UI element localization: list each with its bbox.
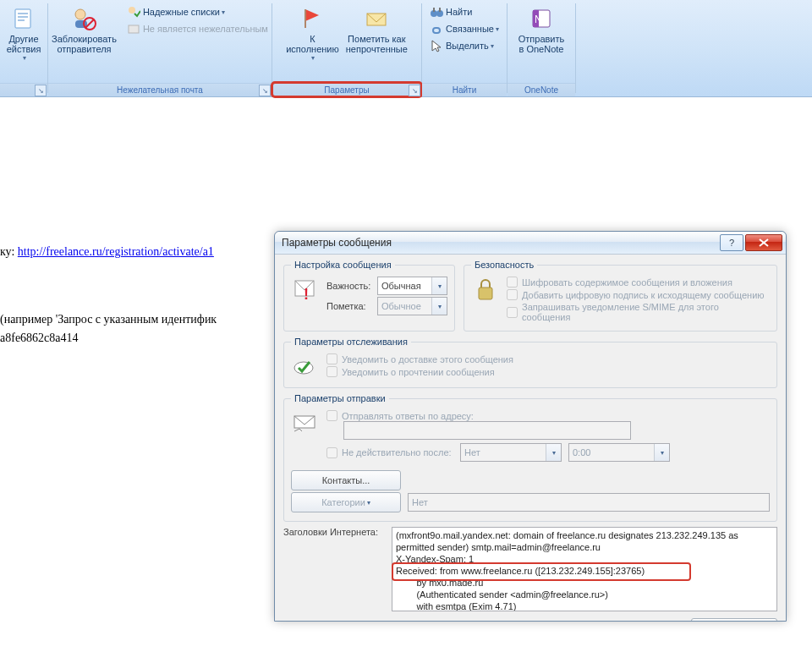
- svg-text:!: !: [304, 286, 309, 303]
- chevron-down-icon: ▾: [491, 42, 494, 50]
- read-receipt-checkbox: Уведомить о прочтении сообщения: [326, 366, 770, 377]
- delivery-receipt-checkbox: Уведомить о доставке этого сообщения: [326, 353, 770, 364]
- sensitivity-combo[interactable]: Обычное▾: [377, 297, 447, 315]
- select-button[interactable]: Выделить▾: [426, 37, 502, 54]
- related-button[interactable]: Связанные▾: [426, 20, 502, 37]
- legend-delivery: Параметры отправки: [291, 393, 389, 403]
- svg-point-8: [129, 7, 135, 14]
- reply-to-field: [343, 421, 631, 440]
- block-sender-button[interactable]: Заблокироватьотправителя: [48, 2, 120, 54]
- mark-unread-button[interactable]: Пометить какнепрочтенные: [343, 2, 411, 54]
- tracking-icon: [291, 352, 320, 381]
- legend-security: Безопасность: [471, 260, 537, 270]
- svg-rect-0: [15, 9, 30, 28]
- binoculars-icon: [430, 5, 443, 19]
- importance-combo[interactable]: Обычная▾: [377, 277, 447, 295]
- link-icon: [430, 22, 443, 36]
- group-caption-find: Найти: [453, 85, 477, 95]
- svg-rect-2: [18, 16, 28, 18]
- chevron-down-icon: ▾: [311, 54, 315, 62]
- document-icon: [10, 5, 37, 32]
- svg-rect-11: [304, 9, 306, 28]
- chevron-down-icon: ▾: [496, 25, 499, 33]
- chevron-down-icon: ▾: [546, 444, 561, 461]
- cursor-icon: [430, 39, 443, 52]
- group-tracking: Параметры отслеживания Уведомить о доста…: [283, 337, 777, 388]
- security-icon: [471, 275, 500, 304]
- expires-checkbox: Не действительно после:: [326, 447, 460, 458]
- svg-rect-15: [433, 8, 435, 12]
- group-delivery: Параметры отправки Отправлять ответы по …: [283, 393, 777, 522]
- mark-unread-label: Пометить какнепрочтенные: [346, 34, 408, 54]
- chevron-down-icon: ▾: [367, 499, 370, 507]
- sensitivity-label: Пометка:: [326, 301, 377, 311]
- block-sender-label: Заблокироватьотправителя: [52, 34, 117, 54]
- help-button[interactable]: ?: [720, 234, 743, 251]
- not-junk-icon: [127, 22, 140, 36]
- sign-checkbox: Добавить цифровую подпись к исходящему с…: [507, 289, 770, 300]
- svg-point-4: [75, 9, 85, 19]
- group-message-settings: Настройка сообщения ! Важность: Обычная▾…: [283, 260, 455, 331]
- dialog-body: Настройка сообщения ! Важность: Обычная▾…: [275, 255, 786, 621]
- group-launcher-icon[interactable]: ↘: [409, 85, 420, 96]
- internet-headers-label: Заголовки Интернета:: [283, 527, 378, 537]
- group-caption-options: Параметры: [324, 85, 369, 95]
- group-security: Безопасность Шифровать содержимое сообще…: [464, 260, 777, 331]
- dialog-titlebar[interactable]: Параметры сообщения ?: [275, 232, 786, 255]
- svg-marker-17: [432, 41, 441, 52]
- reply-to-checkbox: Отправлять ответы по адресу:: [326, 410, 770, 421]
- related-label: Связанные: [446, 24, 494, 34]
- delivery-icon: [291, 408, 320, 437]
- svg-marker-10: [305, 9, 319, 21]
- other-actions-label: Другиеействия: [7, 34, 41, 54]
- svg-rect-9: [129, 25, 139, 33]
- send-to-onenote-label: Отправитьв OneNote: [518, 34, 565, 54]
- close-window-button[interactable]: [745, 234, 782, 251]
- expire-time-combo: 0:00▾: [568, 443, 670, 462]
- ribbon-group-onenote: N Отправитьв OneNote OneNote: [508, 0, 575, 96]
- svg-text:N: N: [535, 14, 542, 25]
- separator: [575, 3, 576, 93]
- svg-rect-3: [18, 19, 25, 21]
- categories-field: [408, 493, 770, 512]
- not-junk-button: Не является нежелательным: [123, 20, 272, 37]
- categories-button: Категории▾: [291, 492, 401, 512]
- select-label: Выделить: [446, 41, 489, 51]
- internet-headers-text[interactable]: [392, 527, 777, 611]
- legend-message-settings: Настройка сообщения: [291, 260, 395, 270]
- ribbon: Другиеействия ▾ ↘ Заблокироватьотправите…: [0, 0, 812, 97]
- chevron-down-icon: ▾: [654, 444, 669, 461]
- svg-rect-25: [479, 288, 492, 299]
- encrypt-checkbox: Шифровать содержимое сообщения и вложени…: [507, 277, 770, 288]
- onenote-icon: N: [528, 5, 555, 32]
- ribbon-group-junk: Заблокироватьотправителя Надежные списки…: [48, 0, 272, 96]
- close-icon: [759, 238, 769, 247]
- group-launcher-icon[interactable]: ↘: [259, 85, 271, 96]
- safe-lists-icon: [127, 5, 140, 19]
- activation-link[interactable]: http://freelance.ru/registration/activat…: [18, 245, 214, 258]
- contacts-button[interactable]: Контакты...: [291, 470, 401, 490]
- group-launcher-icon[interactable]: ↘: [35, 85, 47, 96]
- legend-tracking: Параметры отслеживания: [291, 337, 411, 347]
- flag-icon: [299, 5, 326, 32]
- internet-headers-section: Заголовки Интернета:: [283, 527, 777, 613]
- find-button[interactable]: Найти: [426, 3, 502, 20]
- svg-rect-27: [294, 416, 315, 428]
- ribbon-group-find: Найти Связанные▾ Выделить▾ Найти: [422, 0, 507, 96]
- group-caption-junk: Нежелательная почта: [117, 85, 203, 95]
- smime-receipt-checkbox: Запрашивать уведомление S/MIME для этого…: [507, 302, 770, 322]
- chevron-down-icon: ▾: [431, 298, 447, 315]
- send-to-onenote-button[interactable]: N Отправитьв OneNote: [515, 2, 568, 54]
- safe-lists-label: Надежные списки: [143, 7, 220, 17]
- safe-lists-button[interactable]: Надежные списки▾: [123, 3, 272, 20]
- find-label: Найти: [446, 7, 472, 17]
- group-caption-onenote: OneNote: [524, 85, 558, 95]
- dialog-title: Параметры сообщения: [278, 237, 718, 249]
- follow-up-button[interactable]: Кисполнению ▾: [283, 2, 343, 62]
- ribbon-group-other: Другиеействия ▾ ↘: [0, 0, 47, 96]
- expire-date-combo: Нет▾: [460, 443, 562, 462]
- other-actions-button[interactable]: Другиеействия ▾: [0, 2, 47, 62]
- block-sender-icon: [70, 5, 97, 32]
- close-button[interactable]: Закрыть: [691, 618, 777, 621]
- importance-label: Важность:: [326, 281, 377, 291]
